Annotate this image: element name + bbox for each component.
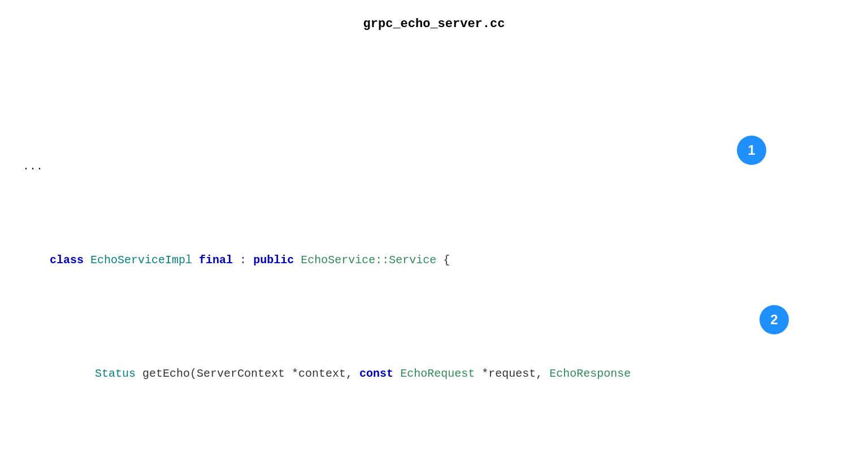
annotation-1: 1 [737, 136, 766, 165]
code-block: 1 2 ... class EchoServiceImpl final : pu… [23, 48, 845, 453]
annotation-2: 2 [760, 305, 789, 334]
file-title: grpc_echo_server.cc [23, 11, 845, 31]
